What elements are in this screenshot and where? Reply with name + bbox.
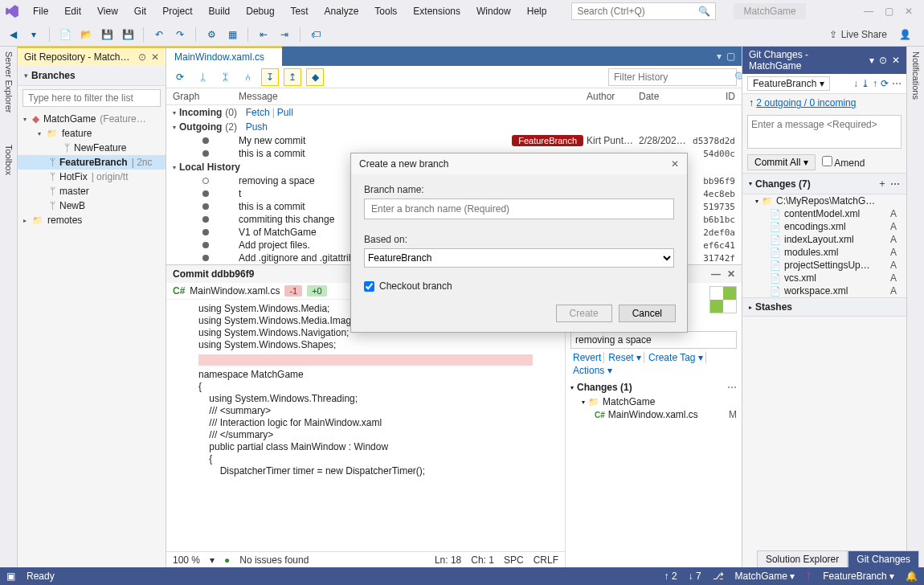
close-icon[interactable]: ✕ bbox=[892, 55, 900, 66]
new-project-button[interactable]: 📄 bbox=[57, 27, 73, 43]
changes-section-header[interactable]: ▾ Changes (7) ＋ ⋯ bbox=[742, 173, 906, 194]
close-icon[interactable]: ✕ bbox=[905, 6, 913, 17]
line-number[interactable]: Ln: 18 bbox=[435, 554, 461, 566]
branches-section-header[interactable]: ▾ Branches bbox=[18, 66, 166, 86]
commit-message-input[interactable] bbox=[747, 115, 902, 149]
more-icon[interactable]: ⋯ bbox=[727, 382, 737, 393]
stashes-section-header[interactable]: ▸ Stashes bbox=[742, 297, 906, 317]
indent-out-button[interactable]: ⇤ bbox=[256, 27, 272, 43]
based-on-select[interactable]: FeatureBranch bbox=[364, 248, 674, 268]
redo-button[interactable]: ↷ bbox=[172, 27, 188, 43]
stage-all-icon[interactable]: ＋ bbox=[877, 177, 887, 190]
refresh-button[interactable]: ⟳ bbox=[171, 68, 189, 86]
create-tag-link[interactable]: Create Tag ▾ bbox=[646, 352, 706, 363]
more-icon[interactable]: ⋯ bbox=[892, 78, 902, 89]
maximize-icon[interactable]: ▢ bbox=[885, 6, 893, 17]
indent-mode[interactable]: SPC bbox=[504, 554, 524, 566]
pull-link[interactable]: Pull bbox=[277, 107, 293, 118]
revert-link[interactable]: Revert bbox=[570, 352, 604, 363]
git-repo-panel-tab[interactable]: Git Repository - MatchGame ⊙ ✕ bbox=[18, 47, 166, 66]
issues-status[interactable]: No issues found bbox=[239, 554, 309, 566]
status-incoming[interactable]: ↓ 7 bbox=[689, 571, 701, 582]
actions-link[interactable]: Actions ▾ bbox=[570, 365, 615, 376]
tab-dropdown-icon[interactable]: ▾ bbox=[717, 51, 722, 62]
fetch-button[interactable]: ↓ bbox=[853, 78, 858, 89]
line-ending[interactable]: CRLF bbox=[534, 554, 558, 566]
branch-node[interactable]: FeatureBranch | 2nc bbox=[18, 155, 166, 170]
branch-node[interactable]: NewFeature bbox=[18, 141, 166, 155]
branch-dropdown[interactable]: FeatureBranch ▾ bbox=[747, 76, 830, 91]
menu-debug[interactable]: Debug bbox=[239, 2, 281, 20]
changed-file-row[interactable]: contentModel.xml A bbox=[742, 207, 906, 220]
changed-file-row[interactable]: workspace.xml A bbox=[742, 284, 906, 297]
grid-button[interactable]: ▦ bbox=[224, 27, 240, 43]
create-button[interactable]: Create bbox=[556, 305, 612, 322]
indent-in-button[interactable]: ⇥ bbox=[276, 27, 292, 43]
checkout-branch-checkbox[interactable] bbox=[364, 281, 374, 292]
notifications-icon[interactable]: 🔔 bbox=[906, 571, 918, 582]
commit-row[interactable]: My new commit FeatureBranch Kirt Punt… 2… bbox=[166, 134, 742, 147]
nav-back-button[interactable]: ◀ bbox=[5, 27, 21, 43]
changed-file-row[interactable]: encodings.xml A bbox=[742, 220, 906, 233]
sync-button[interactable]: ⟳ bbox=[881, 78, 889, 89]
close-icon[interactable]: ✕ bbox=[151, 51, 159, 63]
fetch-link[interactable]: Fetch bbox=[246, 107, 270, 118]
changed-file-row[interactable]: vcs.xml A bbox=[742, 272, 906, 284]
zoom-dropdown-icon[interactable]: ▾ bbox=[210, 554, 215, 566]
save-button[interactable]: 💾 bbox=[99, 27, 115, 43]
graph-branch-button[interactable]: ᛦ bbox=[194, 68, 211, 86]
solution-explorer-tab[interactable]: Solution Explorer bbox=[757, 550, 848, 567]
editor-tab[interactable]: MainWindow.xaml.cs bbox=[166, 47, 282, 66]
commit-message-box[interactable]: removing a space bbox=[570, 331, 737, 349]
branch-name-input[interactable] bbox=[364, 198, 674, 219]
pin-icon[interactable]: ⊙ bbox=[138, 51, 146, 63]
pin-icon[interactable]: ⊙ bbox=[879, 55, 887, 66]
window-dropdown-icon[interactable]: ▾ bbox=[869, 55, 874, 66]
notifications-tab[interactable]: Notifications bbox=[911, 51, 921, 100]
save-all-button[interactable]: 💾 bbox=[120, 27, 136, 43]
changed-file-row[interactable]: modules.xml A bbox=[742, 246, 906, 259]
commit-all-button[interactable]: Commit All ▾ bbox=[747, 154, 816, 170]
branch-node[interactable]: ▸ remotes bbox=[18, 213, 166, 227]
branch-node[interactable]: ▾ feature bbox=[18, 126, 166, 141]
server-explorer-tab[interactable]: Server Explorer bbox=[4, 51, 14, 112]
char-number[interactable]: Ch: 1 bbox=[471, 554, 494, 566]
show-incoming-toggle[interactable]: ↧ bbox=[261, 68, 279, 86]
history-group[interactable]: ▾ Outgoing (2) Push bbox=[166, 120, 742, 134]
graph-merge-button[interactable]: ᛯ bbox=[216, 68, 234, 86]
menu-test[interactable]: Test bbox=[284, 2, 316, 20]
bookmark-button[interactable]: 🏷 bbox=[308, 27, 324, 43]
cancel-button[interactable]: Cancel bbox=[619, 305, 676, 322]
status-repo[interactable]: MatchGame ▾ bbox=[735, 571, 795, 582]
minimize-icon[interactable]: — bbox=[864, 6, 873, 17]
history-filter[interactable]: 🔍 ▾ bbox=[608, 68, 737, 86]
menu-extensions[interactable]: Extensions bbox=[406, 2, 468, 20]
graph-topo-button[interactable]: ⑃ bbox=[239, 68, 256, 86]
quick-search[interactable]: 🔍 bbox=[571, 2, 716, 20]
minimize-icon[interactable]: — bbox=[711, 268, 721, 280]
sync-link[interactable]: 2 outgoing / 0 incoming bbox=[756, 97, 856, 108]
menu-build[interactable]: Build bbox=[202, 2, 238, 20]
toolbox-tab[interactable]: Toolbox bbox=[4, 145, 14, 175]
branch-node[interactable]: NewB bbox=[18, 198, 166, 213]
menu-view[interactable]: View bbox=[90, 2, 125, 20]
pull-button[interactable]: ⤓ bbox=[861, 78, 869, 89]
show-outgoing-toggle[interactable]: ↥ bbox=[284, 68, 301, 86]
history-filter-input[interactable] bbox=[614, 72, 734, 83]
menu-help[interactable]: Help bbox=[520, 2, 554, 20]
quick-search-input[interactable] bbox=[577, 6, 698, 17]
zoom-level[interactable]: 100 % bbox=[173, 554, 200, 566]
config-button[interactable]: ⚙ bbox=[203, 27, 219, 43]
branch-node[interactable]: HotFix | origin/tt bbox=[18, 170, 166, 184]
push-link[interactable]: Push bbox=[246, 121, 268, 133]
status-outgoing[interactable]: ↑ 2 bbox=[664, 571, 677, 582]
status-branch[interactable]: FeatureBranch ▾ bbox=[823, 571, 894, 582]
nav-fwd-button[interactable]: ▾ bbox=[26, 27, 42, 43]
menu-edit[interactable]: Edit bbox=[57, 2, 88, 20]
changed-file-row[interactable]: projectSettingsUp… A bbox=[742, 259, 906, 272]
more-icon[interactable]: ⋯ bbox=[890, 178, 900, 190]
menu-git[interactable]: Git bbox=[127, 2, 153, 20]
git-changes-tab[interactable]: Git Changes bbox=[848, 550, 919, 567]
detail-changes-header[interactable]: ▾ Changes (1) ⋯ bbox=[570, 379, 737, 395]
history-group[interactable]: ▾ Incoming (0) Fetch|Pull bbox=[166, 105, 742, 120]
